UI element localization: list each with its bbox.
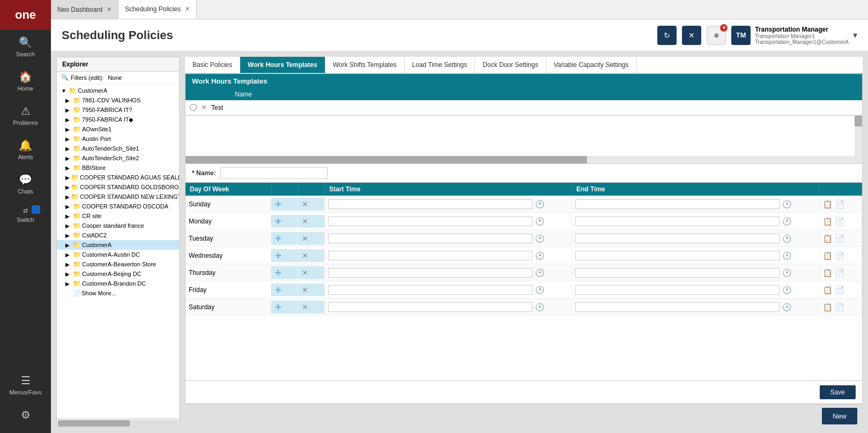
move-button[interactable]: ✛ xyxy=(275,302,282,312)
sidebar-item-search[interactable]: 🔍 Search xyxy=(0,29,51,64)
tree-item[interactable]: ▶📁COOPER STANDARD GOLDSBORO xyxy=(57,182,179,192)
copy-button[interactable]: 📋 xyxy=(822,234,833,243)
close-button[interactable]: ✕ xyxy=(682,26,701,45)
start-time-clock-button[interactable]: 🕐 xyxy=(535,268,545,278)
sidebar-item-settings[interactable]: ⚙ xyxy=(0,402,51,428)
start-time-input[interactable] xyxy=(328,251,532,260)
paste-button[interactable]: 📄 xyxy=(835,302,845,312)
tree-item[interactable]: ▶📁AOwnSite1 xyxy=(57,124,179,134)
tree-item[interactable]: ▶📁7950-FABRICA IT? xyxy=(57,105,179,115)
end-time-clock-button[interactable]: 🕐 xyxy=(782,234,792,243)
tree-item[interactable]: ▶📁7881-CDV VALINHOS xyxy=(57,95,179,105)
paste-button[interactable]: 📄 xyxy=(835,216,845,226)
tab-scheduling-policies[interactable]: Scheduling Policies ✕ xyxy=(118,0,197,19)
vertical-scrollbar[interactable] xyxy=(855,116,862,163)
tree-item[interactable]: ▶📁AutoTenderSch_Site2 xyxy=(57,153,179,163)
start-time-clock-button[interactable]: 🕐 xyxy=(535,302,545,312)
tab-basic-policies[interactable]: Basic Policies xyxy=(185,57,240,73)
paste-button[interactable]: 📄 xyxy=(835,199,845,209)
tab-dock-door-settings[interactable]: Dock Door Settings xyxy=(475,57,546,73)
start-time-input[interactable] xyxy=(328,216,532,226)
tab-variable-capacity-settings[interactable]: Variable Capacity Settings xyxy=(546,57,637,73)
copy-button[interactable]: 📋 xyxy=(822,216,833,226)
tree-item[interactable]: ▶📁CustomerA-Austin DC xyxy=(57,250,179,259)
move-button[interactable]: ✛ xyxy=(275,285,282,295)
tab-load-time-settings[interactable]: Load Time Settings xyxy=(405,57,476,73)
start-time-clock-button[interactable]: 🕐 xyxy=(535,216,545,226)
tree-item[interactable]: ▶📁CR site xyxy=(57,211,179,221)
save-button[interactable]: Save xyxy=(820,385,856,399)
copy-button[interactable]: 📋 xyxy=(822,251,833,260)
move-button[interactable]: ✛ xyxy=(275,234,282,243)
paste-button[interactable]: 📄 xyxy=(835,251,845,260)
paste-button[interactable]: 📄 xyxy=(835,268,845,278)
end-time-clock-button[interactable]: 🕐 xyxy=(782,268,792,278)
menu-button[interactable]: ≡ ★ xyxy=(707,26,726,45)
refresh-button[interactable]: ↻ xyxy=(657,26,677,45)
copy-button[interactable]: 📋 xyxy=(822,302,833,312)
paste-button[interactable]: 📄 xyxy=(835,234,845,243)
sidebar-item-switch[interactable]: ⇄ Switch xyxy=(0,201,51,229)
tree-item[interactable]: ▶📁CstADC2 xyxy=(57,230,179,240)
move-button[interactable]: ✛ xyxy=(275,268,282,278)
start-time-clock-button[interactable]: 🕐 xyxy=(535,285,545,295)
tree-item[interactable]: ▶📁Austin Port xyxy=(57,134,179,144)
delete-row-button[interactable]: ✕ xyxy=(301,251,309,260)
start-time-clock-button[interactable]: 🕐 xyxy=(535,199,545,209)
template-delete-button[interactable]: ✕ xyxy=(201,103,207,111)
start-time-clock-button[interactable]: 🕐 xyxy=(535,234,545,243)
sidebar-item-problems[interactable]: ⚠ Problems xyxy=(0,98,51,132)
horizontal-scroll-bar[interactable] xyxy=(186,156,855,163)
start-time-input[interactable] xyxy=(328,302,532,312)
end-time-input[interactable] xyxy=(575,199,780,209)
sidebar-item-alerts[interactable]: 🔔 Alerts xyxy=(0,132,51,167)
horizontal-scrollbar[interactable] xyxy=(58,420,178,427)
tree-item[interactable]: ▶📁BBIStore xyxy=(57,163,179,173)
tree-item[interactable]: ▶📁CustomerA-Beijing DC xyxy=(57,269,179,279)
sidebar-item-menus[interactable]: ☰ Menus/Favs xyxy=(0,368,51,402)
delete-row-button[interactable]: ✕ xyxy=(301,199,309,209)
new-button[interactable]: New xyxy=(822,408,857,424)
paste-button[interactable]: 📄 xyxy=(835,285,845,295)
tree-item[interactable]: ▶📁CustomerA-Beaverton Store xyxy=(57,259,179,269)
tab-work-hours-templates[interactable]: Work Hours Templates xyxy=(240,57,325,73)
end-time-input[interactable] xyxy=(575,302,780,312)
end-time-clock-button[interactable]: 🕐 xyxy=(782,285,792,295)
end-time-clock-button[interactable]: 🕐 xyxy=(782,216,792,226)
tree-item[interactable]: ▼📁CustomerA xyxy=(57,86,179,95)
tree-item[interactable]: ▶📁COOPER STANDARD OSCODA xyxy=(57,201,179,211)
delete-row-button[interactable]: ✕ xyxy=(301,285,309,295)
template-radio[interactable] xyxy=(190,104,197,111)
move-button[interactable]: ✛ xyxy=(275,199,282,209)
tree-item[interactable]: ▶📁CustomerA xyxy=(57,240,179,250)
delete-row-button[interactable]: ✕ xyxy=(301,216,309,226)
move-button[interactable]: ✛ xyxy=(275,216,282,226)
start-time-clock-button[interactable]: 🕐 xyxy=(535,251,545,260)
tree-item[interactable]: ▶📁7950-FABRICA IT◆ xyxy=(57,115,179,124)
end-time-clock-button[interactable]: 🕐 xyxy=(782,302,792,312)
explorer-scrollbar[interactable] xyxy=(57,419,179,427)
sidebar-item-home[interactable]: 🏠 Home xyxy=(0,64,51,98)
user-info[interactable]: TM Transportation Manager Transportation… xyxy=(731,26,857,45)
start-time-input[interactable] xyxy=(328,285,532,295)
copy-button[interactable]: 📋 xyxy=(822,199,833,209)
end-time-input[interactable] xyxy=(575,251,780,260)
tree-item[interactable]: ▶📁AutoTenderSch_Site1 xyxy=(57,144,179,153)
end-time-input[interactable] xyxy=(575,216,780,226)
tree-item[interactable]: 📄Show More... xyxy=(57,288,179,297)
move-button[interactable]: ✛ xyxy=(275,251,282,260)
end-time-input[interactable] xyxy=(575,268,780,278)
start-time-input[interactable] xyxy=(328,234,532,243)
delete-row-button[interactable]: ✕ xyxy=(301,234,309,243)
delete-row-button[interactable]: ✕ xyxy=(301,302,309,312)
tab-close-icon[interactable]: ✕ xyxy=(107,6,112,13)
name-input[interactable] xyxy=(220,167,328,179)
tree-item[interactable]: ▶📁Cooper standard france xyxy=(57,221,179,230)
tree-item[interactable]: ▶📁CustomerA-Brandon DC xyxy=(57,279,179,288)
end-time-clock-button[interactable]: 🕐 xyxy=(782,199,792,209)
tree-item[interactable]: ▶📁COOPER STANDARD NEW LEXINGTON xyxy=(57,192,179,201)
end-time-clock-button[interactable]: 🕐 xyxy=(782,251,792,260)
app-logo[interactable]: one xyxy=(0,0,51,29)
tab-neo-dashboard[interactable]: Neo Dashboard ✕ xyxy=(51,0,118,19)
copy-button[interactable]: 📋 xyxy=(822,285,833,295)
